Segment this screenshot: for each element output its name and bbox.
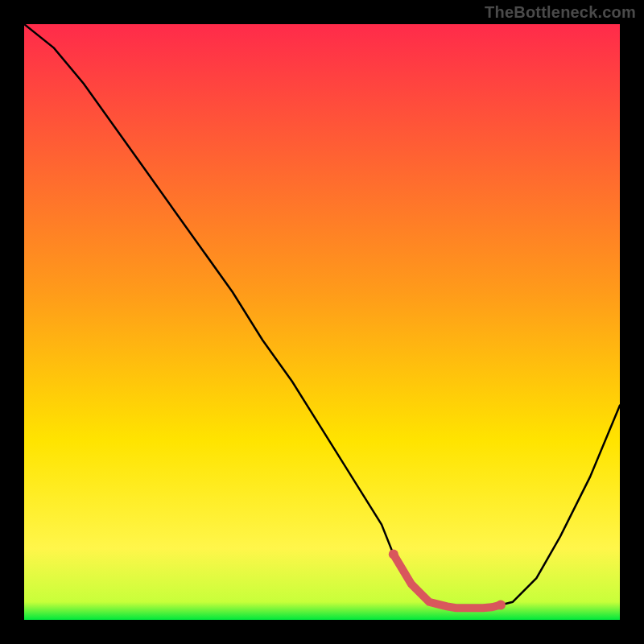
- bottleneck-chart: [24, 24, 620, 620]
- optimal-range-dot-right: [496, 601, 506, 610]
- heat-gradient-background: [24, 24, 620, 620]
- attribution-label: TheBottleneck.com: [485, 3, 636, 22]
- chart-frame: TheBottleneck.com: [0, 0, 644, 644]
- optimal-range-dot-left: [389, 550, 398, 559]
